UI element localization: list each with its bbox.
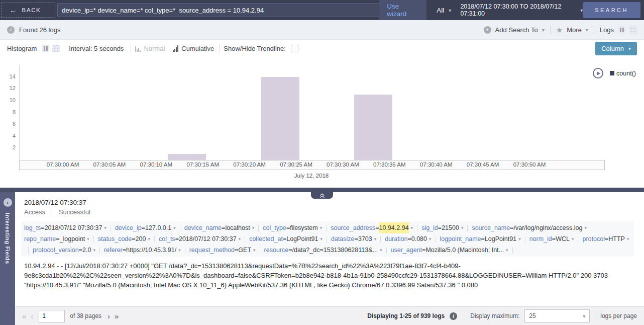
play-icon[interactable] xyxy=(593,68,603,78)
log-field-chip[interactable]: referer=https://10.45.3.91/▾ xyxy=(104,245,181,256)
chevron-down-icon: ▾ xyxy=(252,222,255,233)
collapse-handle[interactable] xyxy=(311,192,333,199)
field-name: resource xyxy=(264,245,289,256)
grid-view-icon[interactable] xyxy=(52,45,60,52)
chevron-down-icon: ▾ xyxy=(320,233,323,245)
pages-count-label: of 38 pages xyxy=(70,312,101,319)
log-field-chip[interactable]: device_ip=127.0.0.1▾ xyxy=(115,222,176,233)
back-button[interactable]: ← BACK xyxy=(1,3,54,18)
log-field-chip[interactable]: collected_at=LogPoint91▾ xyxy=(249,233,323,245)
last-page-icon[interactable]: » xyxy=(115,312,119,320)
more-dropdown[interactable]: ★ More ▾ xyxy=(556,26,588,34)
log-field-chip[interactable]: resource=/data?_dc=1531380628113&...▾ xyxy=(264,245,382,256)
x-axis-tick-label: 07:30:10 AM xyxy=(134,161,179,168)
trendline-toggle: Show/Hide Trendline: xyxy=(224,45,298,52)
field-value: 0.080 xyxy=(411,233,427,245)
log-field-chip[interactable]: protocol_version=2.0▾ xyxy=(33,245,95,256)
trendline-checkbox[interactable] xyxy=(291,45,298,52)
log-field-chip[interactable]: datasize=3703▾ xyxy=(331,233,376,245)
divider xyxy=(93,236,94,242)
y-axis-tick-label: 12 xyxy=(0,85,16,91)
add-search-to-dropdown[interactable]: + Add Search To ▾ xyxy=(484,26,545,34)
log-field-chip[interactable]: protocol=HTTP▾ xyxy=(582,233,629,245)
log-field-chip[interactable]: repo_name=_logpoint▾ xyxy=(24,233,89,245)
equals-sign: = xyxy=(222,222,225,233)
chart-type-dropdown[interactable]: Column ▾ xyxy=(595,42,637,55)
search-query-input[interactable] xyxy=(57,3,379,17)
scope-label: All xyxy=(437,7,444,14)
histogram-controls: Histogram Interval: 5 seconds Normal Cum… xyxy=(0,40,644,57)
field-name: sig_id xyxy=(421,222,438,233)
use-wizard-link[interactable]: Use wizard xyxy=(379,0,426,20)
log-field-chip[interactable]: request_method=GET▾ xyxy=(189,245,256,256)
log-field-chip[interactable]: norm_id=WCL▾ xyxy=(529,233,574,245)
log-field-chip[interactable]: col_ts=2018/07/12 07:30:37▾ xyxy=(159,233,241,245)
chevron-down-icon: ▾ xyxy=(449,8,451,13)
field-name: norm_id xyxy=(529,233,552,245)
field-value: /var/log/nginx/access.log xyxy=(513,222,582,233)
chevron-down-icon: ▾ xyxy=(628,46,631,51)
x-axis-tick-label: 07:30:20 AM xyxy=(227,161,272,168)
add-search-to-label: Add Search To xyxy=(495,26,538,34)
equals-sign: = xyxy=(286,222,290,233)
logpoint-search-app: ← BACK Use wizard All ▾ 2018/07/12 07:30… xyxy=(0,0,644,325)
equals-sign: = xyxy=(235,245,238,256)
divider xyxy=(258,225,259,231)
search-button[interactable]: SEARCH xyxy=(583,2,640,18)
log-field-chip[interactable]: source_name=/var/log/nginx/access.log▾ xyxy=(472,222,586,233)
display-maximum-select[interactable]: 25 ▾ xyxy=(524,309,590,322)
log-field-chip[interactable]: user_agent=Mozilla/5.0 (Macintosh; Int..… xyxy=(391,245,508,256)
chevron-down-icon: ▾ xyxy=(542,27,545,33)
x-axis-tick-label: 07:30:45 AM xyxy=(460,161,505,168)
cumulative-mode-button[interactable]: Cumulative xyxy=(173,45,214,52)
display-maximum-label: Display maximum: xyxy=(470,312,519,319)
equals-sign: = xyxy=(288,245,292,256)
histogram-bar[interactable] xyxy=(354,95,392,160)
log-field-chip[interactable]: col_type=filesystem▾ xyxy=(263,222,322,233)
plus-circle-icon: + xyxy=(484,26,491,34)
chevron-down-icon: ▾ xyxy=(173,222,176,233)
chevron-down-icon: ▾ xyxy=(104,222,106,233)
legend-item: count() xyxy=(610,70,636,77)
divider xyxy=(245,236,245,242)
field-name: logpoint_name xyxy=(440,233,481,245)
log-entry: 2018/07/12 07:30:37 Access Successful lo… xyxy=(15,192,644,306)
time-range-dropdown[interactable]: 2018/07/12 07:30:00 TO 2018/07/12 07:31:… xyxy=(460,3,583,17)
log-field-chip[interactable]: source_address=10.94.2.94▾ xyxy=(331,222,413,233)
search-bar: Use wizard xyxy=(57,0,426,20)
equals-sign: = xyxy=(481,233,485,245)
check-circle-icon: ✓ xyxy=(7,26,15,34)
next-page-icon[interactable]: › xyxy=(108,312,110,320)
time-range-label: 2018/07/12 07:30:00 TO 2018/07/12 07:31:… xyxy=(460,3,575,17)
equals-sign: = xyxy=(175,233,179,245)
repo-scope-dropdown[interactable]: All ▾ xyxy=(437,7,451,14)
y-axis-tick-label: 10 xyxy=(0,97,16,103)
log-field-chip[interactable]: logpoint_name=LogPoint91▾ xyxy=(440,233,521,245)
log-field-chip[interactable]: sig_id=21500▾ xyxy=(421,222,463,233)
histogram-bar[interactable] xyxy=(261,77,299,160)
trendline-label: Show/Hide Trendline: xyxy=(224,45,286,52)
field-name: referer xyxy=(104,245,123,256)
histogram-bar[interactable] xyxy=(168,154,206,160)
log-field-chip[interactable]: status_code=200▾ xyxy=(98,233,150,245)
chevron-down-icon: ▾ xyxy=(586,27,588,33)
log-field-chip[interactable]: device_name=localhost▾ xyxy=(184,222,255,233)
field-name: request_method xyxy=(189,245,235,256)
normal-mode-button[interactable]: Normal xyxy=(135,45,165,52)
interesting-fields-sidebar[interactable]: › Interesting Fields xyxy=(0,192,15,325)
log-detail-main: 2018/07/12 07:30:37 Access Successful lo… xyxy=(15,192,644,325)
divider xyxy=(595,311,595,320)
page-number-input[interactable] xyxy=(39,310,65,322)
grid-view-icon[interactable] xyxy=(629,26,637,34)
column-view-icon[interactable] xyxy=(42,45,49,52)
expand-sidebar-icon[interactable]: › xyxy=(4,198,12,207)
first-page-icon[interactable]: « xyxy=(22,312,26,320)
x-axis-tick-label: 07:30:50 AM xyxy=(507,161,552,168)
field-name: col_type xyxy=(263,222,286,233)
info-icon[interactable]: i xyxy=(450,312,457,320)
column-view-icon[interactable] xyxy=(618,26,625,34)
equals-sign: = xyxy=(142,222,145,233)
prev-page-icon[interactable]: ‹ xyxy=(31,312,33,320)
log-field-chip[interactable]: duration=0.080▾ xyxy=(385,233,431,245)
log-field-chip[interactable]: log_ts=2018/07/12 07:30:37▾ xyxy=(24,222,106,233)
